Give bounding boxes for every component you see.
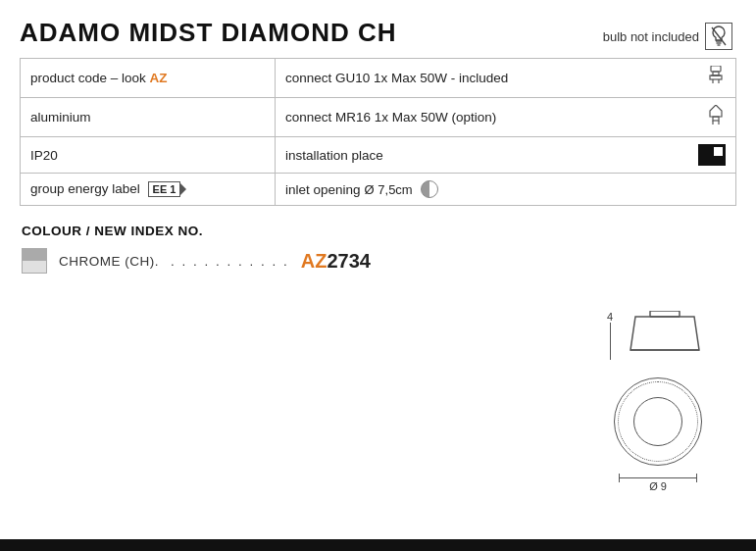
colour-section: COLOUR / NEW INDEX NO. CHROME (CH). . . …: [20, 224, 736, 274]
spec-left-text-3: IP20: [30, 148, 58, 163]
side-view: 4: [607, 311, 709, 360]
page-container: ADAMO MIDST DIAMOND CH bulb not included…: [0, 0, 756, 551]
spec-right-text-2: connect MR16 1x Max 50W (option): [285, 110, 496, 125]
dim-hline: [619, 477, 697, 478]
install-place-icon: [698, 144, 726, 166]
svg-rect-7: [710, 75, 722, 79]
diagram-area: 4: [580, 311, 736, 492]
spec-right-text-3: installation place: [285, 148, 383, 163]
spec-right-content-1: connect GU10 1x Max 50W - included: [285, 66, 726, 90]
spec-right-4: inlet opening Ø 7,5cm: [276, 174, 736, 206]
energy-label: EE 1: [148, 181, 181, 197]
colour-code-prefix: AZ: [301, 250, 328, 272]
spec-left-highlight-1: AZ: [150, 71, 168, 85]
svg-rect-14: [650, 311, 680, 317]
spec-left-text-2: aluminium: [30, 110, 91, 125]
gu10-icon: [706, 66, 726, 90]
colour-swatch-chrome: [22, 248, 47, 274]
spec-left-3: IP20: [21, 137, 276, 174]
spec-row-1: product code – look AZ connect GU10 1x M…: [21, 59, 736, 98]
spec-left-text-1: product code – look: [30, 71, 150, 85]
bulb-icon: [705, 23, 732, 50]
colour-label: CHROME (CH).: [59, 254, 159, 269]
spec-right-content-2: connect MR16 1x Max 50W (option): [285, 105, 726, 129]
mr16-icon: [706, 105, 726, 129]
colour-code-number: 2734: [327, 250, 371, 272]
front-inner-circle: [633, 397, 682, 446]
diameter-dimension: Ø 9: [619, 477, 697, 492]
spec-left-2: aluminium: [21, 98, 276, 137]
spec-right-content-4: inlet opening Ø 7,5cm: [285, 180, 726, 198]
spec-right-content-3: installation place: [285, 144, 726, 166]
halfmoon-icon: [421, 180, 438, 198]
spec-left-1: product code – look AZ: [21, 59, 276, 98]
spec-row-2: aluminium connect MR16 1x Max 50W (optio…: [21, 98, 736, 137]
inlet-diameter: inlet opening Ø 7,5cm: [285, 180, 438, 198]
colour-row: CHROME (CH). . . . . . . . . . . . AZ273…: [22, 248, 736, 274]
spec-left-4: group energy label EE 1: [21, 174, 276, 206]
spec-row-4: group energy label EE 1 inlet opening Ø …: [21, 174, 736, 206]
spec-row-3: IP20 installation place: [21, 137, 736, 174]
svg-marker-10: [710, 105, 722, 117]
spec-right-1: connect GU10 1x Max 50W - included: [276, 59, 736, 98]
diameter-label: Ø 9: [649, 480, 667, 492]
energy-label-wrapper: EE 1: [144, 181, 181, 197]
dim-vline: [610, 323, 611, 360]
spec-right-text-1: connect GU10 1x Max 50W - included: [285, 71, 508, 85]
height-label: 4: [607, 311, 613, 323]
front-view: [614, 377, 702, 466]
spec-right-3: installation place: [276, 137, 736, 174]
spec-table: product code – look AZ connect GU10 1x M…: [20, 58, 736, 206]
front-outer-circle: [614, 377, 702, 466]
colour-section-title: COLOUR / NEW INDEX NO.: [22, 224, 736, 238]
spec-left-text-4: group energy label: [30, 181, 144, 196]
bulb-note-text: bulb not included: [603, 29, 699, 44]
bottom-bar: [0, 539, 756, 551]
colour-code: AZ2734: [301, 250, 371, 273]
energy-label-text: EE 1: [153, 183, 176, 195]
height-dimension: 4: [607, 311, 613, 360]
front-dots-ring: [618, 381, 698, 462]
inlet-text: inlet opening: [285, 182, 361, 197]
svg-rect-4: [711, 66, 721, 72]
spec-right-2: connect MR16 1x Max 50W (option): [276, 98, 736, 137]
diameter-symbol: Ø 7,5cm: [365, 182, 413, 197]
profile-svg: [621, 311, 709, 356]
svg-rect-11: [713, 117, 719, 121]
side-profile-drawing: [621, 311, 709, 356]
colour-dots: . . . . . . . . . . .: [171, 254, 289, 269]
